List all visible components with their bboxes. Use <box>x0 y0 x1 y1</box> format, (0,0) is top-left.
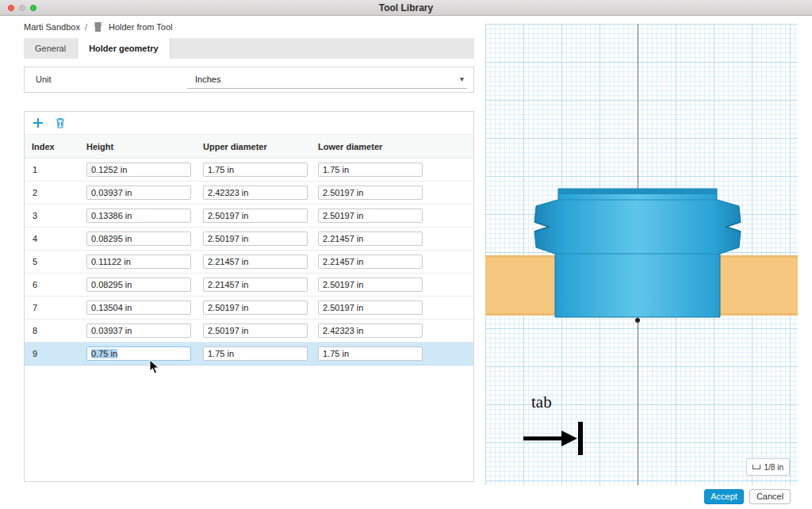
selected-text: 0.75 in <box>91 349 117 358</box>
unit-dropdown[interactable]: Inches ▾ <box>187 70 467 89</box>
tab-general[interactable]: General <box>24 38 77 59</box>
title-bar: Tool Library <box>0 0 812 16</box>
height-field[interactable]: 0.08295 in <box>86 277 191 292</box>
row-index: 9 <box>25 349 86 358</box>
table-row[interactable]: 4 0.08295 in 2.50197 in 2.21457 in <box>25 228 473 251</box>
lower-diameter-field[interactable]: 2.21457 in <box>318 232 423 246</box>
row-index: 4 <box>25 234 86 243</box>
table-body: 1 0.1252 in 1.75 in 1.75 in 2 0.03937 in… <box>25 159 473 365</box>
row-index: 1 <box>25 165 86 174</box>
height-field[interactable]: 0.11122 in <box>86 254 191 269</box>
upper-diameter-field[interactable]: 2.21457 in <box>203 254 308 269</box>
upper-diameter-field[interactable]: 2.50197 in <box>203 300 308 315</box>
table-toolbar <box>25 112 473 134</box>
breadcrumb-project[interactable]: Marti Sandbox <box>24 22 80 32</box>
height-field[interactable]: 0.08295 in <box>86 232 191 246</box>
upper-diameter-field[interactable]: 2.42323 in <box>203 186 308 200</box>
row-index: 2 <box>25 188 86 197</box>
height-field[interactable]: 0.03937 in <box>86 186 191 200</box>
upper-diameter-field[interactable]: 2.50197 in <box>203 323 308 338</box>
table-row[interactable]: 9 0.75 in 1.75 in 1.75 in <box>25 343 473 365</box>
lower-diameter-field[interactable]: 2.50197 in <box>318 300 423 315</box>
lower-diameter-field[interactable]: 2.42323 in <box>318 323 423 338</box>
minimize-button[interactable] <box>19 5 25 11</box>
breadcrumb-separator: / <box>85 22 87 32</box>
height-field[interactable]: 0.03937 in <box>86 323 191 338</box>
table-row[interactable]: 3 0.13386 in 2.50197 in 2.50197 in <box>25 205 473 228</box>
geometry-table-panel: Index Height Upper diameter Lower diamet… <box>24 111 474 482</box>
table-row[interactable]: 8 0.03937 in 2.50197 in 2.42323 in <box>25 320 473 343</box>
accept-button[interactable]: Accept <box>704 489 744 504</box>
table-row[interactable]: 1 0.1252 in 1.75 in 1.75 in <box>25 159 473 182</box>
window-title: Tool Library <box>0 0 812 16</box>
delete-row-icon[interactable] <box>54 117 67 129</box>
upper-diameter-field[interactable]: 1.75 in <box>203 163 308 177</box>
mouse-cursor <box>149 359 160 378</box>
row-index: 5 <box>25 257 86 266</box>
upper-diameter-field[interactable]: 1.75 in <box>203 346 308 361</box>
height-field[interactable]: 0.75 in <box>86 346 191 361</box>
unit-label: Unit <box>36 67 52 92</box>
add-row-icon[interactable] <box>32 117 44 129</box>
upper-diameter-field[interactable]: 2.21457 in <box>203 277 308 292</box>
header-lower-diameter: Lower diameter <box>318 142 473 151</box>
breadcrumb: Marti Sandbox / Holder from Tool <box>24 21 173 33</box>
row-index: 6 <box>25 280 86 289</box>
height-field[interactable]: 0.13504 in <box>86 300 191 315</box>
row-index: 3 <box>25 211 86 220</box>
row-index: 8 <box>25 326 86 335</box>
tab-annotation-label: tab <box>531 392 552 412</box>
zoom-button[interactable] <box>30 5 36 11</box>
table-row[interactable]: 5 0.11122 in 2.21457 in 2.21457 in <box>25 251 473 274</box>
header-upper-diameter: Upper diameter <box>203 142 318 151</box>
lower-diameter-field[interactable]: 1.75 in <box>318 346 423 361</box>
table-header-row: Index Height Upper diameter Lower diamet… <box>25 134 473 159</box>
lower-diameter-field[interactable]: 2.50197 in <box>318 209 423 223</box>
unit-row: Unit Inches ▾ <box>24 67 474 93</box>
row-index: 7 <box>25 303 86 312</box>
holder-body <box>534 189 741 317</box>
height-field[interactable]: 0.1252 in <box>86 163 191 177</box>
lower-diameter-field[interactable]: 2.21457 in <box>318 254 423 269</box>
scale-indicator: 1/8 in <box>746 458 790 476</box>
chevron-down-icon: ▾ <box>460 70 464 89</box>
lower-diameter-field[interactable]: 1.75 in <box>318 163 423 177</box>
origin-dot <box>635 318 640 323</box>
close-button[interactable] <box>8 5 14 11</box>
lower-diameter-field[interactable]: 2.50197 in <box>318 186 423 200</box>
cancel-button[interactable]: Cancel <box>749 489 791 504</box>
upper-diameter-field[interactable]: 2.50197 in <box>203 209 308 223</box>
lower-diameter-field[interactable]: 2.50197 in <box>318 277 423 292</box>
breadcrumb-item[interactable]: Holder from Tool <box>109 22 173 32</box>
height-field[interactable]: 0.13386 in <box>86 209 191 223</box>
header-height: Height <box>86 142 203 151</box>
table-row[interactable]: 6 0.08295 in 2.21457 in 2.50197 in <box>25 274 473 297</box>
table-row[interactable]: 7 0.13504 in 2.50197 in 2.50197 in <box>25 297 473 320</box>
upper-diameter-field[interactable]: 2.50197 in <box>203 232 308 246</box>
scale-label: 1/8 in <box>764 463 783 472</box>
tab-arrow-annotation <box>523 422 583 455</box>
table-row[interactable]: 2 0.03937 in 2.42323 in 2.50197 in <box>25 182 473 205</box>
tab-bar: General Holder geometry <box>24 38 474 59</box>
holder-tool-icon <box>92 21 104 33</box>
preview-viewport[interactable]: tab 1/8 in <box>485 24 798 485</box>
tab-holder-geometry[interactable]: Holder geometry <box>77 38 170 59</box>
holder-model-graphic <box>485 24 798 485</box>
scale-bracket-icon <box>753 465 760 469</box>
dialog-footer: Accept Cancel <box>0 485 812 509</box>
header-index: Index <box>25 142 86 151</box>
unit-value: Inches <box>195 70 220 89</box>
